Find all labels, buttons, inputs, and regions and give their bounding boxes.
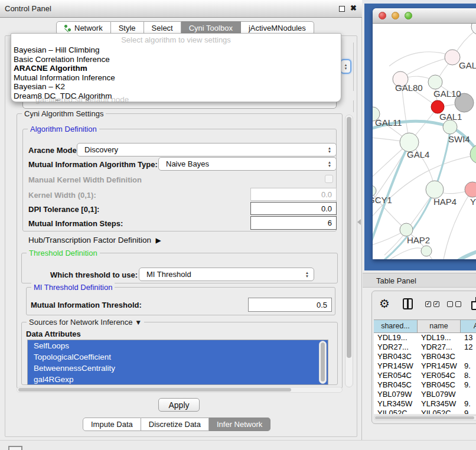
node-label: GCY1	[373, 195, 392, 205]
collapsed-arrow-icon: ▶	[156, 236, 161, 244]
table-hscrollbar[interactable]	[374, 415, 476, 420]
edge	[373, 248, 426, 259]
network-graph: GAL GAL80 GAL10 GAL1 GAL11 SWI4 GAL4 GCY…	[373, 24, 476, 259]
algorithm-option[interactable]: Basic Correlation Inference	[11, 55, 341, 64]
table-row[interactable]: YIL052CYIL052C9.	[374, 409, 476, 414]
data-attributes-list[interactable]: SelfLoops TopologicalCoefficient Between…	[27, 340, 328, 385]
node-big-green[interactable]	[470, 145, 476, 164]
table-row[interactable]: YLR345WYLR345W9.	[374, 399, 476, 409]
unchecked-checkbox-icon[interactable]	[447, 301, 453, 307]
scrollbar-thumb[interactable]	[18, 388, 291, 392]
tab-impute-data[interactable]: Impute Data	[83, 418, 141, 431]
table-row[interactable]: YER054CYER054C8.	[374, 371, 476, 380]
node-label: HAP4	[433, 197, 457, 207]
node[interactable]	[421, 246, 432, 256]
stepper-icon: ▲▼	[303, 269, 311, 279]
mi-type-label: Mutual Information Algorithm Type:	[28, 160, 158, 169]
panel-title: Control Panel	[5, 4, 51, 13]
table-panel-bar: Table Panel	[363, 273, 476, 288]
column-header-name[interactable]: name	[418, 320, 461, 332]
minimize-traffic-icon[interactable]	[392, 12, 399, 19]
hub-factor-expander[interactable]: Hub/Transcription Factor Definition ▶	[28, 236, 161, 244]
columns-icon[interactable]	[403, 298, 413, 309]
table-row[interactable]: YBR043CYBR043C	[374, 352, 476, 361]
settings-hscrollbar[interactable]	[17, 387, 343, 393]
table-header-row: shared... name A	[374, 320, 476, 333]
table-row[interactable]: YDL19...YDL19...13	[374, 333, 476, 343]
tab-discretize-data[interactable]: Discretize Data	[141, 418, 209, 431]
close-traffic-icon[interactable]	[379, 12, 386, 19]
mi-threshold-input[interactable]: 0.5	[248, 298, 332, 312]
mi-steps-label: Mutual Information Steps:	[28, 219, 123, 228]
table-row[interactable]: YPR145WYPR145W9.	[374, 361, 476, 371]
groupbox-fragment	[353, 100, 354, 112]
list-scrollbar[interactable]	[319, 341, 327, 384]
dpi-tolerance-input[interactable]: 0.0	[250, 202, 337, 215]
which-threshold-combo[interactable]: MI Threshold ▲▼	[139, 268, 314, 281]
gear-icon[interactable]: ⚙	[379, 296, 390, 311]
list-item[interactable]: TopologicalCoefficient	[28, 351, 328, 363]
manual-kernel-checkbox[interactable]	[325, 175, 333, 183]
node-label: GAL4	[407, 149, 429, 159]
node-label: HAP2	[407, 235, 430, 245]
combo-stepper-focused[interactable]: ▲ ▼	[340, 59, 351, 74]
list-item[interactable]: BetweennessCentrality	[28, 363, 328, 374]
edge	[373, 155, 476, 219]
apply-button[interactable]: Apply	[158, 398, 200, 412]
close-icon[interactable]: ✖	[350, 4, 357, 12]
node-hap4[interactable]	[426, 181, 444, 198]
algorithm-option-selected[interactable]: ARACNE Algorithm	[11, 64, 341, 73]
scrollbar-thumb[interactable]	[347, 117, 351, 358]
table-row[interactable]: YDR27...YDR27...12	[374, 343, 476, 352]
network-icon	[64, 25, 71, 32]
checked-checkbox-icon[interactable]: ✓	[425, 301, 431, 307]
table-panel-title: Table Panel	[376, 276, 416, 285]
group-title: MI Threshold Definition	[31, 283, 115, 292]
network-view-window: GAL GAL80 GAL10 GAL1 GAL11 SWI4 GAL4 GCY…	[373, 8, 476, 259]
splitter-collapse-icon[interactable]	[357, 219, 361, 225]
node-label: SWI4	[448, 134, 470, 144]
list-item[interactable]: gal4RGexp	[28, 374, 328, 385]
node-salmon[interactable]	[465, 182, 476, 197]
algorithm-option[interactable]: Bayesian – K2	[11, 82, 341, 92]
node-hap2[interactable]	[400, 223, 413, 236]
settings-scrollbar[interactable]	[345, 115, 353, 387]
column-header[interactable]: A	[461, 320, 476, 332]
unchecked-checkbox-icon[interactable]	[455, 301, 461, 307]
scrollbar-thumb[interactable]	[375, 416, 474, 419]
aracne-mode-label: Aracne Mode:	[28, 146, 79, 155]
data-attributes-label: Data Attributes	[26, 330, 81, 338]
mi-type-combo[interactable]: Naive Bayes ▲▼	[158, 157, 337, 171]
checked-checkbox-icon[interactable]: ✓	[433, 301, 439, 307]
node-attribute-table[interactable]: shared... name A YDL19...YDL19...13 YDR2…	[374, 319, 476, 414]
network-window-titlebar[interactable]	[373, 8, 476, 24]
kernel-width-input[interactable]: 0.0	[250, 188, 337, 201]
manual-kernel-label: Manual Kernel Width Definition	[28, 175, 142, 184]
expanded-arrow-icon[interactable]: ▼	[135, 318, 142, 327]
table-row[interactable]: YBL079WYBL079W	[374, 390, 476, 399]
list-item[interactable]: SelfLoops	[28, 340, 328, 351]
network-selector-value: gal-filtered.sif default node	[35, 95, 129, 104]
minimized-panel-icon[interactable]	[8, 446, 22, 450]
tab-infer-network[interactable]: Infer Network	[209, 418, 270, 431]
node-label: Y	[470, 197, 476, 207]
zoom-traffic-icon[interactable]	[405, 12, 412, 19]
node-swi4[interactable]	[443, 120, 457, 134]
scrollbar-thumb[interactable]	[321, 343, 325, 381]
aracne-mode-combo[interactable]: Discovery ▲▼	[77, 143, 337, 156]
document-icon[interactable]	[471, 297, 476, 310]
float-window-icon[interactable]	[339, 6, 345, 12]
group-title: Sources for Network Inference ▼	[27, 318, 144, 327]
algorithm-option[interactable]: Bayesian – Hill Climbing	[11, 45, 341, 55]
mi-threshold-label: Mutual Information Threshold:	[31, 301, 142, 309]
control-panel-titlebar: Control Panel ✖	[0, 0, 362, 18]
table-row[interactable]: YBR045CYBR045C9.	[374, 380, 476, 390]
node-gal10[interactable]	[428, 75, 442, 89]
table-panel: ⚙ ✓ ✓ shared... name A YDL19...YDL19...1…	[371, 291, 476, 424]
algorithm-option[interactable]: Mutual Information Inference	[11, 73, 341, 83]
kernel-width-label: Kernel Width (0,1):	[28, 191, 96, 200]
mi-steps-input[interactable]: 6	[250, 216, 337, 230]
node-gal-partial[interactable]	[445, 50, 460, 65]
network-canvas[interactable]: GAL GAL80 GAL10 GAL1 GAL11 SWI4 GAL4 GCY…	[373, 24, 476, 259]
column-header-shared[interactable]: shared...	[374, 320, 418, 332]
